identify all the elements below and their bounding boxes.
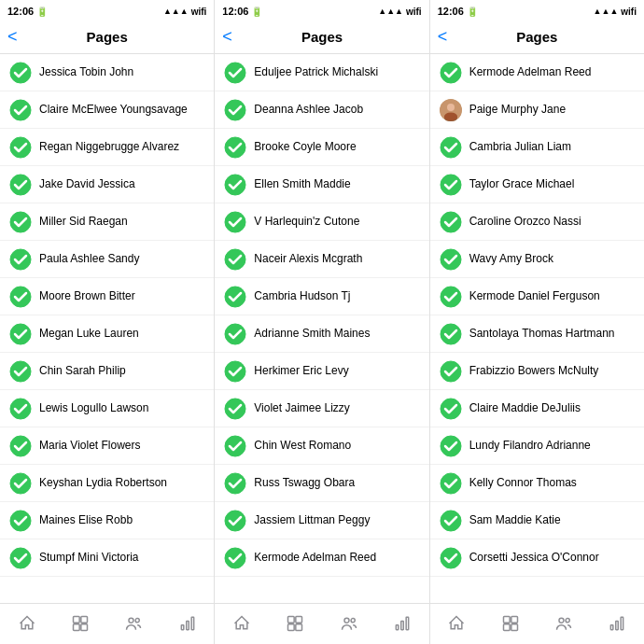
chart-tab[interactable]: [607, 613, 627, 634]
people-tab[interactable]: [553, 613, 574, 634]
check-icon: [9, 248, 32, 271]
play-tab[interactable]: [70, 613, 91, 634]
list-item[interactable]: Moore Brown Bitter: [0, 278, 214, 315]
svg-point-60: [441, 473, 461, 494]
list-item[interactable]: Eduljee Patrick Michalski: [215, 54, 428, 91]
list-item[interactable]: Regan Niggebrugge Alvarez: [0, 129, 214, 166]
nav-bar: < Pages: [215, 21, 428, 54]
list-item[interactable]: Claire Maddie DeJuliis: [430, 390, 644, 427]
home-tab[interactable]: [17, 613, 37, 634]
svg-point-0: [10, 63, 31, 83]
list-item[interactable]: Claire McElwee Youngsavage: [0, 91, 214, 129]
list-item[interactable]: Wavy Amy Brock: [430, 241, 644, 278]
list-item[interactable]: Lewis Logullo Lawson: [0, 390, 214, 427]
list-item[interactable]: Herkimer Eric Levy: [215, 353, 428, 390]
svg-point-25: [225, 137, 245, 158]
svg-rect-14: [73, 616, 79, 623]
check-icon: [9, 435, 32, 457]
play-tab[interactable]: [285, 613, 305, 634]
list-item[interactable]: Violet Jaimee Lizzy: [215, 390, 428, 427]
svg-rect-43: [396, 624, 399, 629]
list-container: Eduljee Patrick Michalski Deanna Ashlee …: [215, 54, 428, 603]
list-item[interactable]: Russ Tswagg Obara: [215, 465, 428, 502]
list-item[interactable]: Kermode Adelman Reed: [215, 539, 428, 577]
status-time: 12:06: [7, 6, 34, 17]
list-item[interactable]: Kermode Adelman Reed: [430, 54, 644, 91]
check-icon: [440, 360, 462, 383]
svg-rect-37: [288, 616, 295, 623]
chart-tab[interactable]: [177, 613, 198, 634]
svg-rect-63: [503, 616, 510, 623]
list-item[interactable]: Santolaya Thomas Hartmann: [430, 315, 644, 353]
back-button[interactable]: <: [222, 27, 232, 47]
check-icon: [440, 398, 462, 420]
check-icon: [9, 136, 32, 159]
avatar: [440, 99, 462, 121]
svg-point-13: [10, 548, 31, 568]
home-tab[interactable]: [446, 613, 467, 634]
item-name: Cambria Hudson Tj: [254, 289, 350, 302]
list-item[interactable]: Naceir Alexis Mcgrath: [215, 241, 428, 278]
play-tab[interactable]: [500, 613, 521, 634]
list-item[interactable]: Maria Violet Flowers: [0, 427, 214, 465]
svg-point-51: [441, 137, 461, 158]
list-item[interactable]: Stumpf Mini Victoria: [0, 539, 214, 577]
people-tab[interactable]: [123, 613, 144, 634]
list-item[interactable]: Caroline Orozco Nassi: [430, 203, 644, 241]
panel-panel2: 12:06 🔋 ▲▲▲ wifi < Pages Eduljee Patrick…: [215, 0, 429, 644]
list-item[interactable]: Sam Maddie Katie: [430, 502, 644, 539]
list-item[interactable]: Frabizzio Bowers McNulty: [430, 353, 644, 390]
back-button[interactable]: <: [438, 27, 448, 47]
check-icon: [224, 472, 246, 495]
list-item[interactable]: Ellen Smith Maddie: [215, 166, 428, 203]
panel-panel1: 12:06 🔋 ▲▲▲ wifi < Pages Jessica Tobin J…: [0, 0, 215, 644]
svg-point-33: [225, 436, 245, 456]
list-item[interactable]: Megan Luke Lauren: [0, 315, 214, 353]
list-item[interactable]: V Harlequin'z Cutone: [215, 203, 428, 241]
list-item[interactable]: Jake David Jessica: [0, 166, 214, 203]
svg-point-52: [441, 175, 461, 195]
svg-point-26: [225, 175, 245, 195]
status-icons: ▲▲▲ wifi: [594, 7, 637, 17]
svg-point-28: [225, 249, 245, 270]
list-item[interactable]: Cambria Julian Liam: [430, 129, 644, 166]
list-item[interactable]: Miller Sid Raegan: [0, 203, 214, 241]
list-item[interactable]: Brooke Coyle Moore: [215, 129, 428, 166]
list-item[interactable]: Keyshan Lydia Robertson: [0, 465, 214, 502]
item-name: Wavy Amy Brock: [469, 252, 553, 265]
back-button[interactable]: <: [7, 27, 18, 47]
check-icon: [224, 398, 246, 420]
check-icon: [224, 323, 246, 345]
list-item[interactable]: Cambria Hudson Tj: [215, 278, 428, 315]
charging-icon: 🔋: [36, 7, 48, 17]
list-item[interactable]: Chin West Romano: [215, 427, 428, 465]
status-bar: 12:06 🔋 ▲▲▲ wifi: [0, 0, 214, 21]
nav-bar: < Pages: [0, 21, 214, 54]
svg-point-41: [344, 618, 349, 623]
nav-bar: < Pages: [430, 21, 644, 54]
check-icon: [224, 510, 246, 532]
chart-tab[interactable]: [392, 613, 413, 634]
list-item[interactable]: Kermode Daniel Ferguson: [430, 278, 644, 315]
list-item[interactable]: Lundy Filandro Adrianne: [430, 427, 644, 465]
check-icon: [224, 547, 246, 569]
wifi-icon: wifi: [406, 7, 422, 17]
list-item[interactable]: Jessica Tobin John: [0, 54, 214, 91]
list-item[interactable]: Deanna Ashlee Jacob: [215, 91, 428, 129]
item-name: Taylor Grace Michael: [469, 177, 575, 190]
list-item[interactable]: Taylor Grace Michael: [430, 166, 644, 203]
list-item[interactable]: Adrianne Smith Maines: [215, 315, 428, 353]
people-tab[interactable]: [339, 613, 359, 634]
home-tab[interactable]: [231, 613, 252, 634]
check-icon: [9, 323, 32, 345]
list-item[interactable]: Corsetti Jessica O'Connor: [430, 539, 644, 577]
check-icon: [224, 211, 246, 233]
list-item[interactable]: Paula Ashlee Sandy: [0, 241, 214, 278]
svg-point-11: [10, 473, 31, 494]
list-item[interactable]: Jassiem Littman Peggy: [215, 502, 428, 539]
list-item[interactable]: Chin Sarah Philip: [0, 353, 214, 390]
list-item[interactable]: Paige Murphy Jane: [430, 91, 644, 129]
list-item[interactable]: Kelly Connor Thomas: [430, 465, 644, 502]
list-item[interactable]: Maines Elise Robb: [0, 502, 214, 539]
item-name: Ellen Smith Maddie: [254, 177, 350, 190]
